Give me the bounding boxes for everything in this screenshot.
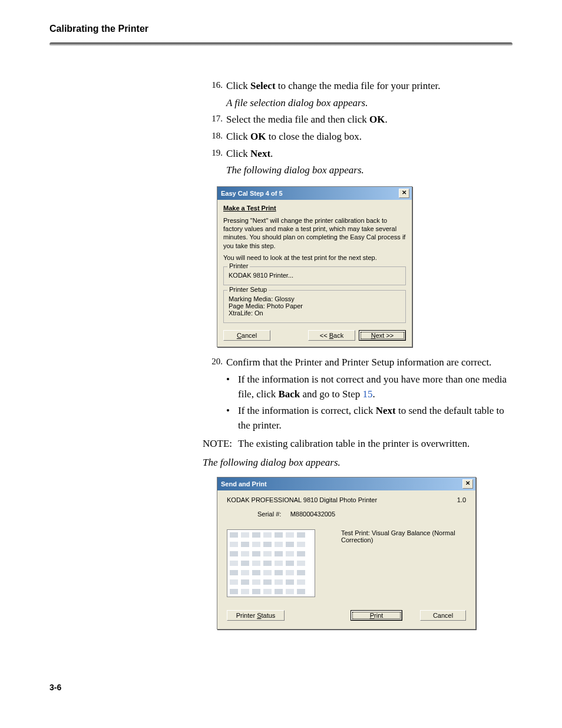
close-icon[interactable]: ✕	[399, 189, 409, 198]
version-text: 1.0	[457, 496, 466, 503]
step-text: Click OK to close the dialog box.	[226, 130, 513, 144]
mnemonic: P	[370, 612, 374, 619]
group-label: Printer Setup	[227, 286, 269, 293]
text: to close the dialog box.	[266, 131, 362, 142]
bold-text: OK	[250, 131, 266, 142]
bold-text: Select	[250, 80, 275, 91]
text: .	[385, 114, 388, 125]
text: Select the media file and then click	[226, 114, 369, 125]
setup-line: XtraLife: On	[229, 309, 401, 317]
dialog-heading: Make a Test Print	[223, 205, 406, 212]
send-and-print-dialog: Send and Print ✕ KODAK PROFESSIONAL 9810…	[217, 477, 476, 630]
bold-text: Back	[278, 388, 300, 400]
step-sub-text: The following dialog box appears.	[226, 163, 513, 178]
text: .	[373, 388, 375, 400]
text: .	[270, 148, 273, 159]
step-link[interactable]: 15	[363, 388, 373, 400]
text: Click	[226, 80, 250, 91]
setup-line: Page Media: Photo Paper	[229, 302, 401, 309]
step-text: Click Next.	[226, 147, 513, 162]
following-dialog-text: The following dialog box appears.	[203, 457, 513, 469]
text: Click	[226, 148, 250, 159]
easy-cal-dialog: Easy Cal Step 4 of 5 ✕ Make a Test Print…	[217, 186, 412, 347]
cancel-button[interactable]: Cancel	[223, 330, 270, 341]
setup-line: Marking Media: Glossy	[229, 295, 401, 302]
note-text: The existing calibration table in the pr…	[238, 437, 470, 452]
bullet-text: If the information is not correct and yo…	[238, 373, 513, 401]
serial-row: Serial #: M88000432005	[257, 510, 466, 518]
bullet-1: • If the information is not correct and …	[226, 373, 513, 401]
bullet-icon: •	[226, 404, 238, 433]
printer-group: Printer KODAK 9810 Printer...	[223, 266, 406, 285]
step-16-sub: A file selection dialog box appears.	[203, 96, 513, 111]
group-label: Printer	[227, 262, 250, 269]
text: to change the media file for your printe…	[276, 80, 441, 91]
back-button[interactable]: << Back	[308, 330, 355, 341]
serial-label: Serial #:	[257, 510, 281, 518]
test-print-preview	[227, 529, 315, 597]
next-button[interactable]: Next >>	[359, 330, 406, 341]
step-19-sub: The following dialog box appears.	[203, 163, 513, 178]
bold-text: OK	[369, 114, 385, 125]
step-18: 18. Click OK to close the dialog box.	[203, 130, 513, 144]
test-print-description: Test Print: Visual Gray Balance (Normal …	[341, 529, 466, 597]
note-label: NOTE:	[203, 437, 238, 452]
page-header-title: Calibrating the Printer	[49, 24, 513, 34]
cancel-button[interactable]: Cancel	[420, 610, 466, 621]
step-number: 18.	[203, 130, 226, 144]
mnemonic: B	[329, 332, 333, 339]
printer-name-text: KODAK 9810 Printer...	[229, 272, 401, 279]
printer-setup-group: Printer Setup Marking Media: Glossy Page…	[223, 290, 406, 323]
serial-value: M88000432005	[290, 510, 335, 518]
text: and go to Step	[300, 388, 362, 400]
bullet-icon: •	[226, 373, 238, 401]
step-number: 20.	[203, 355, 226, 370]
bullet-2: • If the information is correct, click N…	[226, 404, 513, 433]
mnemonic: C	[237, 332, 242, 339]
dialog-title: Easy Cal Step 4 of 5	[221, 190, 283, 197]
step-number: 17.	[203, 113, 226, 127]
mnemonic: N	[371, 332, 376, 339]
dialog-titlebar[interactable]: Easy Cal Step 4 of 5 ✕	[217, 187, 412, 200]
step-19: 19. Click Next.	[203, 147, 513, 162]
text: If the information is correct, click	[238, 405, 376, 416]
step-16: 16. Click Select to change the media fil…	[203, 79, 513, 94]
dialog-titlebar[interactable]: Send and Print ✕	[217, 477, 475, 490]
step-sub-text: A file selection dialog box appears.	[226, 96, 513, 111]
page-number: 3-6	[49, 683, 513, 692]
dialog-paragraph: You will need to look at the test print …	[223, 253, 406, 262]
step-number: 16.	[203, 79, 226, 94]
step-20: 20. Confirm that the Printer and Printer…	[203, 355, 513, 370]
bullet-text: If the information is correct, click Nex…	[238, 404, 513, 433]
mnemonic: S	[257, 612, 261, 619]
step-text: Select the media file and then click OK.	[226, 113, 513, 127]
printer-status-button[interactable]: Printer Status	[227, 610, 285, 621]
close-icon[interactable]: ✕	[462, 479, 473, 489]
printer-model-text: KODAK PROFESSIONAL 9810 Digital Photo Pr…	[227, 496, 377, 503]
header-divider	[49, 42, 513, 46]
dialog-paragraph: Pressing "Next" will change the printer …	[223, 216, 406, 250]
print-button[interactable]: Print	[351, 610, 402, 621]
step-text: Confirm that the Printer and Printer Set…	[226, 355, 513, 370]
step-17: 17. Select the media file and then click…	[203, 113, 513, 127]
step-number: 19.	[203, 147, 226, 162]
step-text: Click Select to change the media file fo…	[226, 79, 513, 94]
bold-text: Next	[250, 148, 270, 159]
dialog-title: Send and Print	[221, 480, 267, 487]
text: Click	[226, 131, 250, 142]
bold-text: Next	[376, 405, 396, 416]
note-row: NOTE: The existing calibration table in …	[203, 437, 513, 452]
